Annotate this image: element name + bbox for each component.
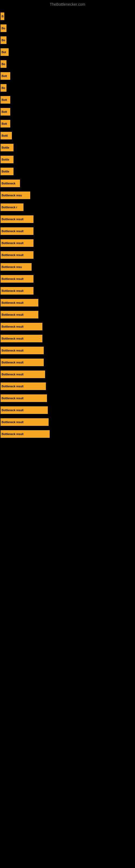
bar-row: Bottleneck [1,177,135,189]
bar-row: Bottleneck result [1,273,135,285]
bar-row: Bottleneck result [1,333,135,344]
bar-label: Bo [2,87,5,90]
bar-row: Bo [1,34,135,46]
bar-item: Bo [1,60,6,68]
bar-item: Bottleneck result [1,311,38,318]
bar-item: Bottleneck result [1,406,48,414]
bar-row: Bottle [1,165,135,177]
bar-row: Bottleneck result [1,237,135,249]
bar-item: Bottle [1,144,13,151]
bar-label: Bottleneck result [2,289,24,292]
bar-item: Bottle [1,156,13,163]
bar-label: Bottleneck result [2,218,24,221]
bar-label: Bottleneck result [2,373,24,376]
bar-item: Bott [1,72,10,80]
bar-item: Bottleneck result [1,359,44,366]
bar-row: Bottleneck result [1,225,135,237]
bar-label: Bottle [2,158,9,161]
bar-item: Bo [1,84,6,92]
bar-label: Bottleneck r [2,206,17,209]
bar-row: Bottleneck result [1,344,135,356]
bar-label: Bott [2,98,7,101]
bar-label: Bottleneck result [2,349,24,352]
bar-item: Bot [1,48,9,56]
bar-item: Bottleneck result [1,251,34,259]
bar-row: Bottleneck resu [1,189,135,201]
bar-item: Bottleneck result [1,227,34,235]
bar-item: Bottleneck result [1,215,34,223]
bar-row: Bottle [1,142,135,154]
bar-label: B [2,15,3,18]
bar-row: Bottleneck result [1,380,135,392]
bar-item: Bottleneck result [1,323,42,330]
bar-item: Bottleneck result [1,335,42,342]
bar-label: Bottleneck result [2,385,24,388]
bar-row: Bo [1,58,135,70]
bar-row: Bott [1,94,135,106]
bar-row: Bottleneck result [1,392,135,404]
bar-label: Bottleneck result [2,313,24,316]
bar-row: Bott [1,70,135,82]
bar-label: Bottleneck result [2,433,24,436]
bar-item: Bottleneck r [1,204,24,211]
bar-item: Bottleneck result [1,239,34,247]
bar-row: Bottleneck resu [1,261,135,273]
bar-item: Bottleneck result [1,371,45,378]
bar-label: Bottleneck result [2,397,24,400]
bars-container: BBoBoBotBoBottBoBottBottBottBottlBottleB… [0,8,135,443]
bar-label: Bottleneck result [2,230,24,233]
bar-item: Bottleneck [1,180,20,187]
bar-label: Bottleneck result [2,409,24,412]
bar-label: Bottle [2,170,9,173]
bar-item: B [1,12,4,20]
bar-label: Bottleneck [2,182,15,185]
bar-row: Bottleneck result [1,368,135,380]
bar-item: Bo [1,24,6,32]
bar-item: Bott [1,120,10,127]
bar-row: Bo [1,22,135,34]
bar-label: Bottleneck result [2,337,24,340]
bar-label: Bottleneck result [2,254,24,257]
bar-row: Bottleneck r [1,201,135,213]
bar-row: Bottleneck result [1,428,135,440]
bar-item: Bottleneck result [1,299,38,307]
bar-row: Bot [1,46,135,58]
bar-label: Bo [2,39,5,42]
bar-item: Bottleneck result [1,418,49,426]
bar-row: Bottleneck result [1,356,135,368]
bar-item: Bott [1,108,10,116]
bar-row: Bottle [1,154,135,165]
bar-item: Bottleneck result [1,430,50,438]
bar-label: Bottleneck result [2,242,24,245]
site-title: TheBottlenecker.com [0,0,135,8]
bar-label: Bottleneck result [2,301,24,304]
bar-row: Bott [1,118,135,130]
bar-item: Bott [1,96,10,104]
bar-label: Bottleneck result [2,421,24,424]
bar-item: Bottle [1,167,13,175]
bar-item: Bottleneck result [1,275,34,283]
bar-row: B [1,10,135,22]
bar-label: Bott [2,122,7,125]
bar-row: Bottleneck result [1,321,135,333]
bar-item: Bo [1,36,6,44]
bar-row: Bottleneck result [1,213,135,225]
bar-row: Bott [1,106,135,118]
bar-item: Bottleneck result [1,394,47,402]
bar-item: Bottleneck result [1,347,44,354]
bar-label: Bo [2,63,5,66]
bar-label: Bottleneck result [2,325,24,328]
bar-row: Bottleneck result [1,404,135,416]
bar-label: Bo [2,27,5,30]
bar-label: Bottle [2,146,9,149]
bar-row: Bottl [1,130,135,142]
bar-label: Bottleneck result [2,278,24,280]
bar-row: Bo [1,82,135,94]
bar-row: Bottleneck result [1,285,135,297]
bar-row: Bottleneck result [1,297,135,309]
bar-item: Bottleneck resu [1,191,30,199]
bar-label: Bottl [2,134,8,137]
bar-item: Bottleneck result [1,287,34,294]
bar-row: Bottleneck result [1,249,135,261]
bar-label: Bott [2,111,7,113]
